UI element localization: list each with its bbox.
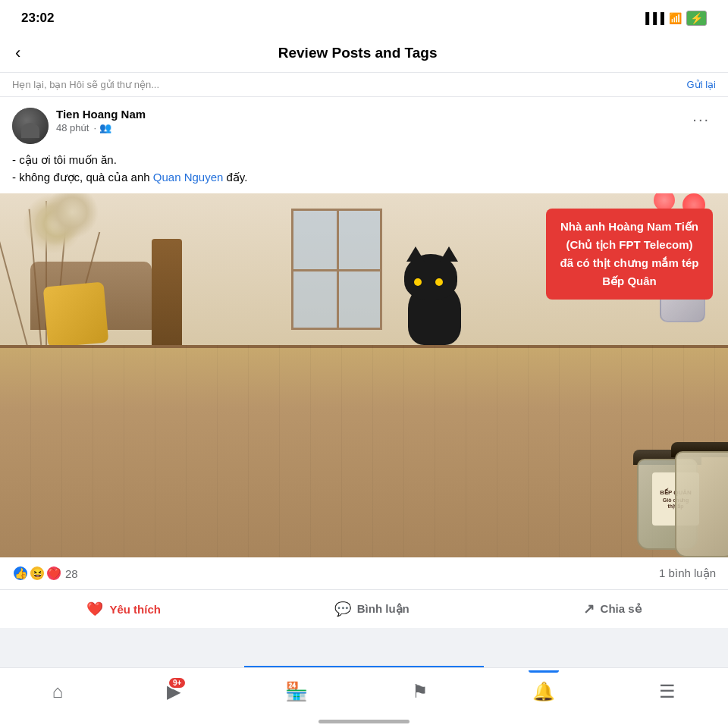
nav-notifications[interactable]: 🔔 bbox=[520, 678, 567, 705]
nav-bar: ‹ Review Posts and Tags bbox=[0, 33, 728, 73]
table bbox=[0, 345, 728, 557]
post-time: 48 phút bbox=[56, 122, 89, 133]
store-icon: 🏪 bbox=[285, 681, 308, 702]
status-time: 23:02 bbox=[21, 11, 54, 26]
reactions-left: 👍 😆 ❤️ 28 bbox=[12, 565, 78, 582]
video-badge: 9+ bbox=[168, 676, 187, 689]
haha-emoji: 😆 bbox=[29, 565, 46, 582]
notification-icon: 🔔 bbox=[532, 681, 555, 702]
like-button[interactable]: ❤️ Yêu thích bbox=[71, 593, 176, 625]
privacy-icon: · 👥 bbox=[93, 122, 111, 133]
home-indicator bbox=[318, 720, 410, 723]
post-author[interactable]: Tien Hoang Nam bbox=[56, 108, 686, 121]
share-icon: ↗ bbox=[583, 601, 595, 617]
post-header: Tien Hoang Nam 48 phút · 👥 ··· bbox=[0, 97, 728, 152]
post-card: Tien Hoang Nam 48 phút · 👥 ··· - cậu ơi … bbox=[0, 97, 728, 628]
actions-row: ❤️ Yêu thích 💬 Bình luận ↗ Chia sẻ bbox=[0, 590, 728, 628]
reaction-emojis: 👍 😆 ❤️ bbox=[12, 565, 59, 582]
prev-post-text: Hẹn lại, bạn Hôi sẽ gửi thư nện... bbox=[12, 79, 159, 90]
signal-icon: ▐▐▐ bbox=[642, 12, 664, 24]
like-label: Yêu thích bbox=[109, 603, 161, 616]
mention-link[interactable]: Quan Nguyen bbox=[153, 171, 224, 184]
cushion bbox=[43, 282, 109, 348]
sofa-area bbox=[30, 254, 182, 345]
nav-video[interactable]: ▶ 9+ bbox=[155, 678, 193, 705]
home-icon: ⌂ bbox=[52, 681, 64, 702]
status-icons: ▐▐▐ 📶 ⚡ bbox=[642, 11, 707, 26]
nav-menu[interactable]: ☰ bbox=[647, 678, 688, 705]
bottom-nav: ⌂ ▶ 9+ 🏪 ⚑ 🔔 ☰ bbox=[0, 667, 728, 728]
sliding-door bbox=[291, 209, 382, 330]
prev-post-action[interactable]: Gửi lại bbox=[687, 79, 716, 90]
comment-icon: 💬 bbox=[334, 601, 351, 617]
comments-count: 1 bình luận bbox=[659, 566, 716, 580]
comment-label: Bình luận bbox=[357, 602, 410, 616]
share-button[interactable]: ↗ Chia sẻ bbox=[568, 593, 657, 625]
jar-2 bbox=[675, 421, 728, 557]
status-bar: 23:02 ▐▐▐ 📶 ⚡ bbox=[0, 0, 728, 33]
reaction-count: 28 bbox=[65, 567, 78, 580]
flag-icon: ⚑ bbox=[412, 681, 428, 702]
post-meta: Tien Hoang Nam 48 phút · 👥 bbox=[56, 108, 686, 133]
nav-home[interactable]: ⌂ bbox=[40, 678, 76, 705]
love-emoji: ❤️ bbox=[46, 565, 62, 582]
post-image: BẾP QUÂN Giò chưng thịt ấp Nhà anh Hoàng… bbox=[0, 193, 728, 557]
post-line-1: - cậu ơi tôi muốn ăn. bbox=[12, 152, 716, 169]
post-text: - cậu ơi tôi muốn ăn. - không được, quà … bbox=[0, 152, 728, 193]
comment-button[interactable]: 💬 Bình luận bbox=[319, 593, 425, 625]
page-title: Review Posts and Tags bbox=[33, 45, 682, 61]
avatar bbox=[12, 108, 49, 144]
battery-icon: ⚡ bbox=[686, 11, 707, 26]
post-line-2: - không được, quà của anh Quan Nguyen đấ… bbox=[12, 169, 716, 187]
post-time-row: 48 phút · 👥 bbox=[56, 122, 686, 133]
share-label: Chia sẻ bbox=[601, 602, 642, 616]
nav-flag[interactable]: ⚑ bbox=[400, 678, 441, 705]
scene: BẾP QUÂN Giò chưng thịt ấp Nhà anh Hoàng… bbox=[0, 193, 728, 557]
reactions-row: 👍 😆 ❤️ 28 1 bình luận bbox=[0, 557, 728, 590]
menu-icon: ☰ bbox=[659, 681, 676, 702]
cat bbox=[400, 254, 476, 345]
prev-post-hint: Hẹn lại, bạn Hôi sẽ gửi thư nện... Gửi l… bbox=[0, 73, 728, 97]
wifi-icon: 📶 bbox=[669, 12, 682, 24]
more-options-button[interactable]: ··· bbox=[686, 108, 716, 131]
nav-store[interactable]: 🏪 bbox=[273, 678, 320, 705]
back-button[interactable]: ‹ bbox=[15, 43, 20, 63]
like-icon: ❤️ bbox=[86, 601, 103, 617]
like-emoji: 👍 bbox=[12, 565, 29, 582]
image-overlay-text: Nhà anh Hoàng Nam Tiến (Chủ tịch FPT Tel… bbox=[546, 209, 713, 300]
